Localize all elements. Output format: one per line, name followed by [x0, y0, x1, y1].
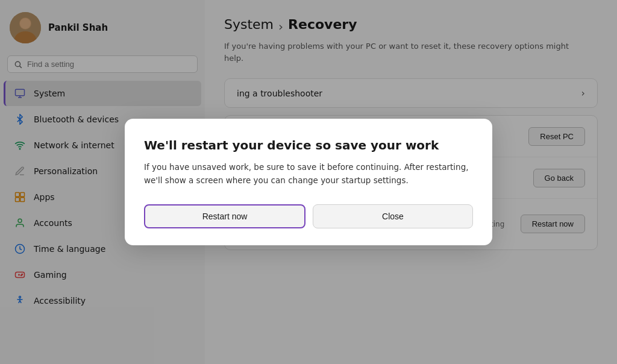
dialog-body: If you have unsaved work, be sure to sav… [144, 161, 473, 187]
dialog: We'll restart your device so save your w… [125, 119, 492, 245]
restart-now-button[interactable]: Restart now [144, 204, 305, 228]
overlay: We'll restart your device so save your w… [0, 0, 617, 364]
dialog-title: We'll restart your device so save your w… [144, 138, 473, 152]
dialog-buttons: Restart now Close [144, 204, 473, 228]
close-dialog-button[interactable]: Close [313, 204, 473, 228]
